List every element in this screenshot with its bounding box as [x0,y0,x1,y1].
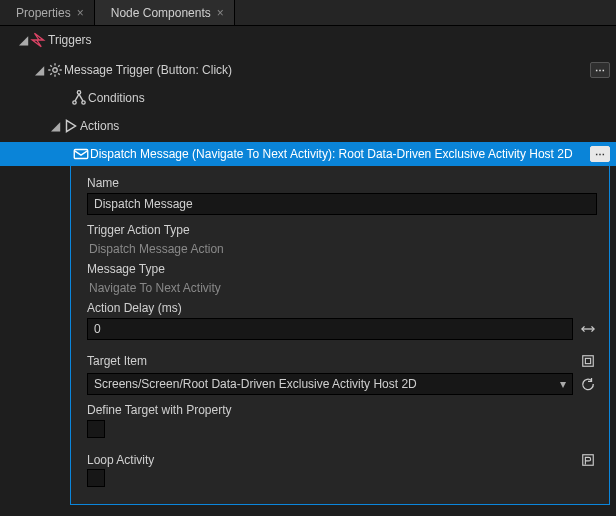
property-icon[interactable] [579,451,597,469]
target-item-select[interactable]: Screens/Screen/Root Data-Driven Exclusiv… [87,373,573,395]
svg-line-15 [75,94,79,101]
triggers-row[interactable]: ◢ Triggers [0,28,616,52]
close-icon[interactable]: × [77,6,84,20]
refresh-icon[interactable] [579,375,597,393]
triggers-label: Triggers [48,33,92,47]
define-target-label: Define Target with Property [87,403,597,417]
component-tree: ◢ Triggers ◢ Message Trigger (Button: Cl… [0,26,616,166]
action-delay-label: Action Delay (ms) [87,301,597,315]
tab-properties-label: Properties [16,6,71,20]
triggers-icon [30,31,48,49]
tab-node-components-label: Node Components [111,6,211,20]
action-delay-input[interactable] [87,318,573,340]
target-item-label: Target Item [87,354,573,368]
name-input[interactable] [87,193,597,215]
close-icon[interactable]: × [217,6,224,20]
conditions-label: Conditions [88,91,145,105]
more-options-button[interactable]: ⋯ [590,146,610,162]
gear-icon [46,61,64,79]
expand-arrow-icon[interactable]: ◢ [16,33,30,47]
actions-label: Actions [80,119,119,133]
expand-arrow-icon[interactable]: ◢ [48,119,62,133]
svg-point-13 [73,101,76,104]
target-item-value: Screens/Screen/Root Data-Driven Exclusiv… [94,377,417,391]
message-type-label: Message Type [87,262,597,276]
trigger-action-type-label: Trigger Action Type [87,223,597,237]
trigger-action-type-value: Dispatch Message Action [87,240,597,258]
actions-icon [62,117,80,135]
dispatch-message-row[interactable]: Dispatch Message (Navigate To Next Activ… [0,142,616,166]
message-trigger-label: Message Trigger (Button: Click) [64,63,232,77]
dispatch-message-label: Dispatch Message (Navigate To Next Activ… [90,147,590,161]
define-target-checkbox[interactable] [87,420,105,438]
svg-point-11 [53,68,58,73]
tab-node-components[interactable]: Node Components × [95,0,235,25]
loop-activity-checkbox[interactable] [87,469,105,487]
svg-rect-20 [585,358,590,363]
more-options-button[interactable]: ⋯ [590,62,610,78]
message-icon [72,145,90,163]
tab-bar: Properties × Node Components × [0,0,616,26]
drag-horizontal-icon[interactable] [579,320,597,338]
svg-point-14 [82,101,85,104]
svg-point-12 [77,91,80,94]
tab-properties[interactable]: Properties × [0,0,95,25]
name-label: Name [87,176,597,190]
conditions-row[interactable]: Conditions [0,86,616,110]
conditions-icon [70,89,88,107]
dropdown-caret-icon: ▾ [560,377,566,391]
actions-row[interactable]: ◢ Actions [0,114,616,138]
svg-rect-21 [583,455,594,466]
message-trigger-row[interactable]: ◢ Message Trigger (Button: Click) ⋯ [0,58,616,82]
svg-rect-17 [74,150,88,159]
svg-line-16 [79,94,83,101]
expand-arrow-icon[interactable]: ◢ [32,63,46,77]
navigate-icon[interactable] [579,352,597,370]
svg-rect-19 [583,356,594,367]
action-details-panel: Name Trigger Action Type Dispatch Messag… [70,166,610,505]
message-type-value: Navigate To Next Activity [87,279,597,297]
loop-activity-label: Loop Activity [87,453,573,467]
